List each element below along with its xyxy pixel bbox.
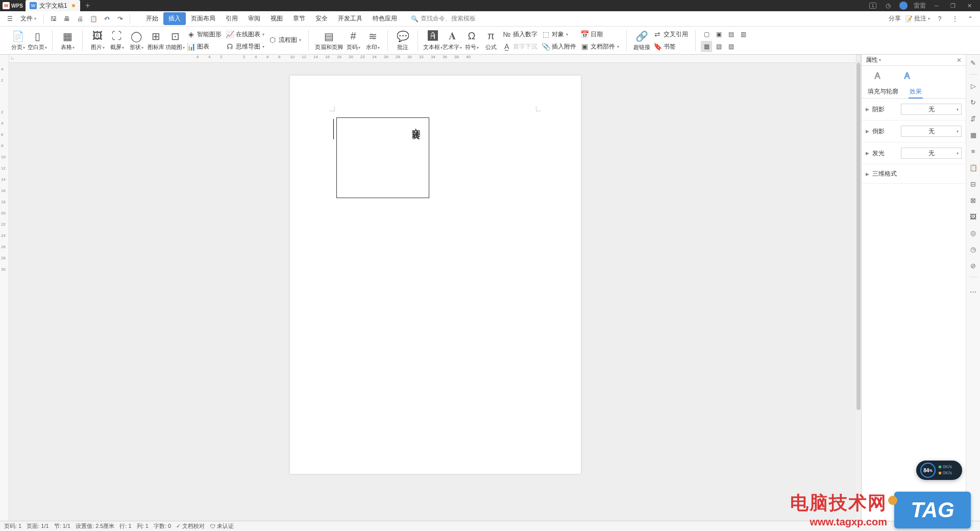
blank-page-button[interactable]: ▯空白页▾ xyxy=(28,28,47,53)
user-name[interactable]: 雷雷 xyxy=(914,2,926,10)
tab-page-layout[interactable]: 页面布局 xyxy=(186,12,220,25)
tab-start[interactable]: 开始 xyxy=(141,12,163,25)
icon-library-button[interactable]: ⊞图标库 xyxy=(146,28,165,53)
view-mode-2-icon[interactable]: ▣ xyxy=(713,29,724,40)
expand-icon[interactable]: ▶ xyxy=(866,129,869,134)
hyperlink-button[interactable]: 🔗超链接 xyxy=(632,28,651,53)
horizontal-ruler[interactable]: ∟ 6 4 2 2 4 6 8 10 12 14 16 18 20 22 24 … xyxy=(9,55,861,63)
subtab-effects[interactable]: 效果 xyxy=(909,85,923,98)
close-tool-icon[interactable]: ⊠ xyxy=(968,195,978,205)
minimize-button[interactable]: ─ xyxy=(931,0,942,11)
status-auth[interactable]: 🛡 未认证 xyxy=(210,522,234,530)
restore-button[interactable]: ❐ xyxy=(947,0,959,11)
close-panel-button[interactable]: ✕ xyxy=(957,57,962,64)
watermark-button[interactable]: ≋水印▾ xyxy=(363,28,382,53)
smart-graphic-button[interactable]: ⊡功能图▾ xyxy=(165,28,185,53)
save-button[interactable]: 🖫 xyxy=(48,13,59,25)
sort-tool-icon[interactable]: ⇵ xyxy=(968,113,978,124)
tab-review[interactable]: 审阅 xyxy=(243,12,265,25)
more-options-button[interactable]: ⋮ xyxy=(949,13,961,25)
glow-section[interactable]: ▶ 发光 无▾ xyxy=(862,142,966,164)
chart-button[interactable]: 📊图表 xyxy=(185,41,224,52)
skin-icon[interactable]: ◷ xyxy=(883,1,893,11)
status-line[interactable]: 行: 1 xyxy=(119,522,131,530)
mindmap-button[interactable]: ☊思维导图▾ xyxy=(224,41,266,52)
table-button[interactable]: ▦表格▾ xyxy=(58,28,77,53)
online-chart-button[interactable]: 📈在线图表▾ xyxy=(224,29,266,40)
screenshot-button[interactable]: ⛶截屏▾ xyxy=(107,28,127,53)
status-page-count[interactable]: 页面: 1/1 xyxy=(27,522,48,530)
document-page[interactable]: 文字旋转 xyxy=(290,76,581,474)
clock-tool-icon[interactable]: ◷ xyxy=(968,244,978,254)
page-break-button[interactable]: 📄分页▾ xyxy=(8,28,28,53)
hamburger-icon[interactable]: ☰ xyxy=(4,13,15,25)
tab-insert[interactable]: 插入 xyxy=(163,12,186,25)
status-position[interactable]: 设置值: 2.5厘米 xyxy=(76,522,114,530)
help-button[interactable]: ? xyxy=(934,13,945,25)
tab-references[interactable]: 引用 xyxy=(220,12,243,25)
tab-developer[interactable]: 开发工具 xyxy=(333,12,368,25)
reflection-select[interactable]: 无▾ xyxy=(901,126,962,137)
3d-format-section[interactable]: ▶ 三维格式 xyxy=(862,164,966,184)
document-canvas[interactable]: 文字旋转 xyxy=(9,63,861,521)
status-column[interactable]: 列: 1 xyxy=(137,522,149,530)
textbox-button[interactable]: 🅰文本框▾ xyxy=(423,28,443,53)
view-mode-1-icon[interactable]: ▢ xyxy=(701,29,712,40)
smart-shape-button[interactable]: ◈智能图形 xyxy=(185,29,224,40)
annotate-button[interactable]: 📝批注▾ xyxy=(905,14,930,23)
edit-tool-icon[interactable]: ✎ xyxy=(968,58,978,68)
wps-logo[interactable]: W WPS xyxy=(0,2,26,9)
status-section[interactable]: 节: 1/1 xyxy=(54,522,70,530)
drop-cap-button[interactable]: A̲首字下沉 xyxy=(501,41,540,52)
tab-section[interactable]: 章节 xyxy=(288,12,310,25)
close-button[interactable]: ✕ xyxy=(964,0,975,11)
search-commands[interactable]: 🔍 查找命令、搜索模板 xyxy=(411,14,476,23)
comment-button[interactable]: 💬批注 xyxy=(393,28,412,53)
view-mode-3-icon[interactable]: ▤ xyxy=(725,29,737,40)
layers-tool-icon[interactable]: ≡ xyxy=(968,146,978,156)
refresh-tool-icon[interactable]: ↻ xyxy=(968,97,978,107)
vertical-scrollbar[interactable] xyxy=(856,63,861,521)
grid-tool-icon[interactable]: ▦ xyxy=(968,130,978,140)
file-menu[interactable]: 文件▾ xyxy=(17,13,39,24)
header-footer-button[interactable]: ▤页眉和页脚 xyxy=(314,28,344,53)
shadow-section[interactable]: ▶ 阴影 无▾ xyxy=(862,99,966,120)
reflection-section[interactable]: ▶ 倒影 无▾ xyxy=(862,120,966,142)
view-mode-7-icon[interactable]: ▨ xyxy=(725,41,737,52)
text-fill-tab-icon[interactable]: A xyxy=(871,70,884,81)
bookmark-button[interactable]: 🔖书签 xyxy=(651,41,690,52)
cross-reference-button[interactable]: ⇄交叉引用 xyxy=(651,29,690,40)
attachment-button[interactable]: 📎插入附件 xyxy=(540,41,578,52)
print-button[interactable]: 🖨 xyxy=(75,13,86,25)
clipboard-tool-icon[interactable]: 📋 xyxy=(968,162,978,173)
date-button[interactable]: 📅日期 xyxy=(578,29,621,40)
text-box-content[interactable]: 文字旋转 xyxy=(411,121,423,125)
page-number-button[interactable]: #页码▾ xyxy=(344,28,363,53)
tab-security[interactable]: 安全 xyxy=(310,12,333,25)
notification-badge[interactable]: 1 xyxy=(868,1,878,11)
view-mode-6-icon[interactable]: ▧ xyxy=(713,41,724,52)
insert-number-button[interactable]: №插入数字 xyxy=(501,29,540,40)
view-mode-5-icon[interactable]: ▦ xyxy=(701,41,712,52)
status-spellcheck[interactable]: ✓ 文档校对 xyxy=(176,522,205,530)
new-tab-button[interactable]: + xyxy=(80,1,95,10)
glow-select[interactable]: 无▾ xyxy=(901,148,962,159)
user-profile[interactable] xyxy=(898,1,909,11)
view-mode-4-icon[interactable]: ▥ xyxy=(738,29,749,40)
document-tab[interactable]: W 文字文稿1 xyxy=(26,0,80,11)
more-tools-icon[interactable]: ⋯ xyxy=(968,286,978,297)
text-effects-tab-icon[interactable]: A xyxy=(900,70,914,81)
equation-button[interactable]: π公式 xyxy=(481,28,501,53)
zoom-tool-icon[interactable]: ⊟ xyxy=(968,179,978,189)
doc-parts-button[interactable]: ▣文档部件▾ xyxy=(578,41,621,52)
picture-button[interactable]: 🖼图片▾ xyxy=(88,28,107,53)
scrollbar-thumb[interactable] xyxy=(856,63,861,410)
wordart-button[interactable]: 𝐀艺术字▾ xyxy=(443,28,462,53)
paste-button[interactable]: 📋 xyxy=(88,13,99,25)
tab-view[interactable]: 视图 xyxy=(265,12,288,25)
vertical-ruler[interactable]: 4 2 2 4 6 8 10 12 14 16 18 20 22 24 26 2… xyxy=(0,55,9,521)
text-box[interactable]: 文字旋转 xyxy=(336,117,429,198)
help-tool-icon[interactable]: ⊘ xyxy=(968,260,978,271)
object-button[interactable]: ⬚对象▾ xyxy=(540,29,578,40)
status-page-number[interactable]: 页码: 1 xyxy=(4,522,21,530)
